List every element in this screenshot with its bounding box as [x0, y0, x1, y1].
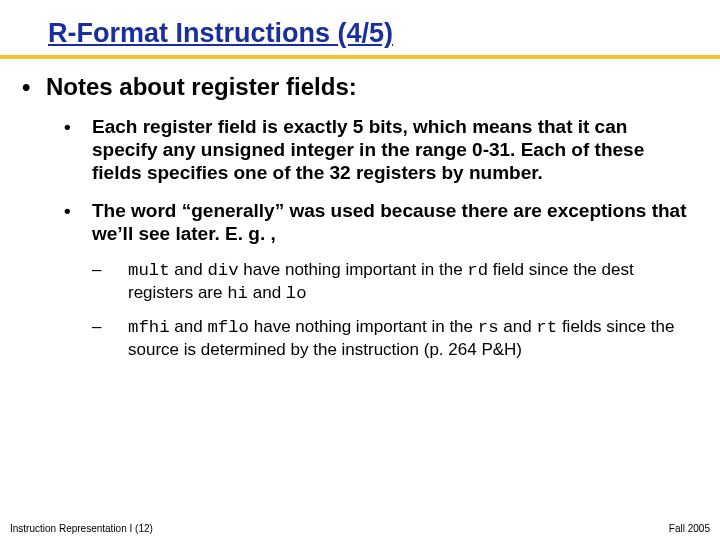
code-rd: rd	[467, 261, 488, 280]
code-lo: lo	[286, 284, 307, 303]
dash-icon: –	[110, 316, 128, 337]
bullet-level2-text: The word “generally” was used because th…	[92, 200, 686, 244]
code-mult: mult	[128, 261, 170, 280]
dash-icon: –	[110, 259, 128, 280]
footer-right: Fall 2005	[669, 523, 710, 534]
bullet-icon: •	[78, 115, 92, 138]
bullet-level2-text: Each register field is exactly 5 bits, w…	[92, 116, 644, 183]
bullet-level3: –mfhi and mflo have nothing important in…	[110, 316, 692, 360]
code-rt: rt	[536, 318, 557, 337]
bullet-level3-text: mfhi and mflo have nothing important in …	[128, 317, 674, 359]
code-mflo: mflo	[207, 318, 249, 337]
title-underline-rule	[0, 55, 720, 59]
slide-title: R-Format Instructions (4/5)	[28, 18, 692, 55]
bullet-icon: •	[34, 73, 46, 101]
code-mfhi: mfhi	[128, 318, 170, 337]
bullet-level1: •Notes about register fields:	[34, 73, 692, 101]
bullet-level2: •The word “generally” was used because t…	[78, 199, 692, 245]
bullet-level2: •Each register field is exactly 5 bits, …	[78, 115, 692, 185]
code-hi: hi	[227, 284, 248, 303]
code-div: div	[207, 261, 238, 280]
slide-content: •Notes about register fields: •Each regi…	[28, 73, 692, 360]
footer-left: Instruction Representation I (12)	[10, 523, 153, 534]
code-rs: rs	[478, 318, 499, 337]
bullet-level3-text: mult and div have nothing important in t…	[128, 260, 634, 302]
bullet-level1-text: Notes about register fields:	[46, 73, 357, 100]
slide: R-Format Instructions (4/5) •Notes about…	[0, 0, 720, 540]
bullet-level3: –mult and div have nothing important in …	[110, 259, 692, 304]
bullet-icon: •	[78, 199, 92, 222]
